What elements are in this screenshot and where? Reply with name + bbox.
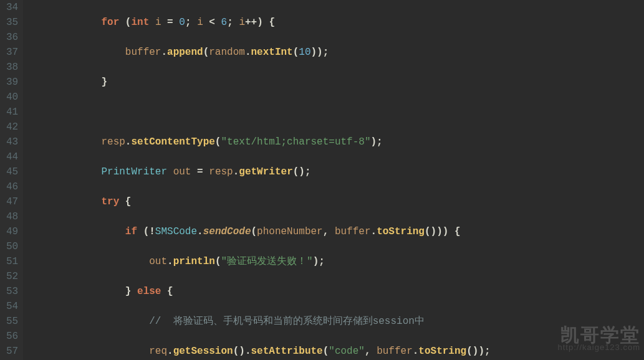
line-number: 52 [6,269,18,284]
comment: // 将验证码、手机号码和当前的系统时间存储到session中 [149,316,425,327]
line-number: 51 [6,254,18,269]
line-number: 37 [6,45,18,60]
code-line: // 将验证码、手机号码和当前的系统时间存储到session中 [29,314,644,329]
line-number: 42 [6,120,18,135]
line-number: 48 [6,209,18,224]
line-number: 36 [6,30,18,45]
line-number: 35 [6,15,18,30]
line-number: 54 [6,299,18,314]
code-line: req.getSession().setAttribute("code", bu… [29,344,644,359]
line-number: 45 [6,164,18,179]
keyword-int: int [131,17,149,28]
code-line: try { [29,194,644,209]
line-number: 43 [6,135,18,149]
code-line: } [29,75,644,90]
code-line: for (int i = 0; i < 6; i++) { [29,15,644,30]
line-number: 40 [6,90,18,105]
line-number: 34 [6,0,18,15]
line-number: 53 [6,284,18,299]
line-number: 44 [6,149,18,164]
code-line: buffer.append(random.nextInt(10)); [29,45,644,60]
code-line: } else { [29,284,644,299]
line-number: 55 [6,314,18,329]
line-number: 41 [6,105,18,120]
code-editor: 3435363738394041424344454647484950515253… [0,0,644,360]
line-number: 49 [6,224,18,239]
line-number: 56 [6,329,18,344]
line-number: 38 [6,60,18,75]
code-line: resp.setContentType("text/html;charset=u… [29,135,644,149]
code-line: out.println("验证码发送失败！"); [29,254,644,269]
code-area[interactable]: for (int i = 0; i < 6; i++) { buffer.app… [23,0,644,360]
code-line: PrintWriter out = resp.getWriter(); [29,164,644,179]
line-number-gutter: 3435363738394041424344454647484950515253… [0,0,23,360]
keyword-for: for [101,17,119,28]
line-number: 46 [6,179,18,194]
code-line [29,105,644,120]
line-number: 39 [6,75,18,90]
line-number: 50 [6,239,18,254]
code-line: if (!SMSCode.sendCode(phoneNumber, buffe… [29,224,644,239]
line-number: 47 [6,194,18,209]
line-number: 57 [6,344,18,359]
